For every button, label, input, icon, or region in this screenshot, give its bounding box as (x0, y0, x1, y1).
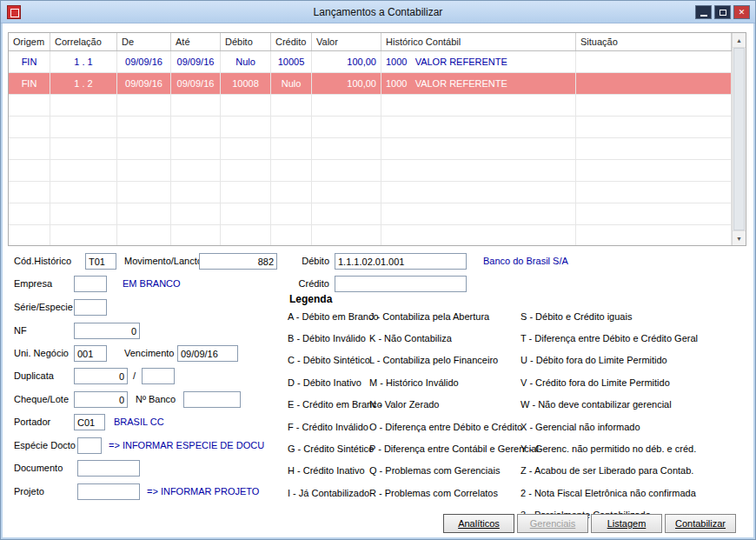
legend-item: X - Gerencial não informado (521, 416, 698, 437)
duplicata-seq-input[interactable] (142, 368, 175, 384)
no-banco-label: Nº Banco (136, 394, 176, 405)
debito-label: Débito (288, 256, 329, 267)
legend-item: W - Não deve contabilizar gerencial (521, 394, 698, 416)
serie-especie-label: Série/Especie (14, 302, 73, 313)
grid-row-selected[interactable]: FIN 1 . 2 09/09/16 09/09/16 10008 Nulo 1… (9, 73, 732, 95)
especie-docto-hint: => INFORMAR ESPECIE DE DOCU (109, 440, 264, 451)
scrollbar-thumb[interactable] (733, 48, 745, 230)
movimento-input[interactable] (199, 253, 277, 270)
listagem-button[interactable]: Listagem (591, 514, 662, 533)
grid-row-empty[interactable] (9, 182, 732, 203)
lancamentos-grid: Origem Correlação De Até Débito Crédito … (8, 32, 746, 246)
column-header-debito[interactable]: Débito (221, 33, 271, 50)
column-header-credito[interactable]: Crédito (271, 33, 312, 50)
cell-ate: 09/09/16 (171, 73, 221, 94)
close-icon: ✕ (739, 8, 746, 17)
column-header-historico[interactable]: Histórico Contábil (381, 33, 576, 50)
cell-situacao (576, 73, 732, 94)
scroll-down-icon[interactable]: ▼ (733, 230, 746, 245)
column-header-valor[interactable]: Valor (312, 33, 381, 50)
cell-de: 09/09/16 (117, 51, 171, 72)
legend-item: S - Débito e Crédito iguais (521, 305, 698, 327)
column-header-de[interactable]: De (117, 33, 171, 50)
analiticos-button[interactable]: Analíticos (443, 514, 514, 533)
cell-historico: 1000 VALOR REFERENTE (381, 73, 576, 94)
movimento-label: Movimento/Lancto (124, 256, 202, 267)
credito-label: Crédito (288, 278, 329, 290)
maximize-icon (720, 10, 726, 16)
window-title: Lançamentos a Contabilizar (1, 6, 755, 18)
legend-item: 2 - Nota Fiscal Eletrônica não confirmad… (521, 482, 698, 503)
legend-item: R - Problemas com Correlatos (369, 482, 539, 503)
cheque-lote-input[interactable] (74, 391, 128, 408)
vertical-scrollbar[interactable]: ▲ ▼ (732, 33, 746, 245)
cell-debito: Nulo (221, 51, 271, 72)
nf-label: NF (14, 325, 27, 337)
documento-input[interactable] (77, 460, 140, 477)
legend-item: V - Crédito fora do Limite Permitido (521, 371, 698, 393)
maximize-button[interactable] (714, 5, 731, 19)
duplicata-input[interactable] (74, 368, 128, 384)
grid-header-row: Origem Correlação De Até Débito Crédito … (9, 33, 732, 51)
vencimento-input[interactable] (177, 345, 238, 362)
minimize-button[interactable] (695, 5, 712, 19)
legend-column-2: J - Contabiliza pela Abertura K - Não Co… (369, 305, 539, 504)
legend-item: E - Crédito em Branco (288, 394, 382, 416)
legend-item: J - Contabiliza pela Abertura (369, 305, 539, 327)
legend-item: C - Débito Sintético (288, 350, 382, 371)
legend-item: O - Diferença entre Débito e Crédito (369, 416, 539, 437)
grid-row-empty[interactable] (9, 117, 732, 138)
cell-origem: FIN (9, 73, 50, 94)
scroll-up-icon[interactable]: ▲ (733, 33, 746, 48)
vencimento-label: Vencimento (124, 348, 174, 359)
cell-situacao (576, 51, 732, 72)
column-header-correlacao[interactable]: Correlação (50, 33, 117, 50)
grid-row-empty[interactable] (9, 203, 732, 225)
contabilizar-button[interactable]: Contabilizar (665, 514, 736, 533)
legend-item: U - Débito fora do Limite Permitido (521, 350, 698, 371)
cell-credito: Nulo (271, 73, 312, 94)
cell-correlacao: 1 . 1 (50, 51, 117, 72)
debito-input[interactable] (335, 253, 467, 270)
app-window: Lançamentos a Contabilizar ✕ Origem Corr… (0, 0, 756, 540)
cell-ate: 09/09/16 (171, 51, 221, 72)
grid-row-empty[interactable] (9, 225, 732, 245)
especie-docto-input[interactable] (77, 437, 102, 454)
portador-input[interactable] (74, 414, 105, 430)
legend-item: L - Contabiliza pelo Financeiro (369, 350, 539, 371)
column-header-ate[interactable]: Até (171, 33, 221, 50)
cell-de: 09/09/16 (117, 73, 171, 94)
uni-negocio-input[interactable] (74, 345, 107, 362)
legend-item: T - Diferença entre Débito e Crédito Ger… (521, 327, 698, 349)
nf-input[interactable] (74, 323, 140, 339)
duplicata-label: Duplicata (14, 370, 54, 382)
serie-especie-input[interactable] (74, 299, 107, 316)
legend-item: H - Crédito Inativo (288, 460, 382, 482)
cell-correlacao: 1 . 2 (50, 73, 117, 94)
legend-item: I - Já Contabilizado (288, 482, 382, 503)
cell-valor: 100,00 (312, 73, 381, 94)
grid-row-empty[interactable] (9, 138, 732, 160)
cod-historico-input[interactable] (85, 253, 116, 270)
duplicata-separator: / (133, 370, 136, 382)
especie-docto-label: Espécie Docto (14, 440, 76, 451)
grid-row-empty[interactable] (9, 160, 732, 182)
no-banco-input[interactable] (183, 391, 241, 408)
legend-item: A - Débito em Branco (288, 305, 382, 327)
cell-historico: 1000 VALOR REFERENTE (381, 51, 576, 72)
projeto-input[interactable] (77, 483, 140, 500)
legend-item: Z - Acabou de ser Liberado para Contab. (521, 460, 698, 482)
grid-row-empty[interactable] (9, 95, 732, 117)
titlebar[interactable]: Lançamentos a Contabilizar ✕ (1, 1, 755, 23)
grid-row[interactable]: FIN 1 . 1 09/09/16 09/09/16 Nulo 10005 1… (9, 51, 732, 73)
portador-label: Portador (14, 417, 50, 428)
credito-input[interactable] (335, 276, 467, 292)
column-header-origem[interactable]: Origem (9, 33, 50, 50)
column-header-situacao[interactable]: Situação (576, 33, 732, 50)
cod-historico-label: Cód.Histórico (14, 256, 71, 267)
legend-column-3: S - Débito e Crédito iguais T - Diferenç… (521, 305, 698, 526)
close-button[interactable]: ✕ (733, 5, 750, 19)
projeto-hint: => INFORMAR PROJETO (147, 486, 259, 497)
uni-negocio-label: Uni. Negócio (14, 348, 69, 359)
empresa-input[interactable] (74, 276, 107, 292)
